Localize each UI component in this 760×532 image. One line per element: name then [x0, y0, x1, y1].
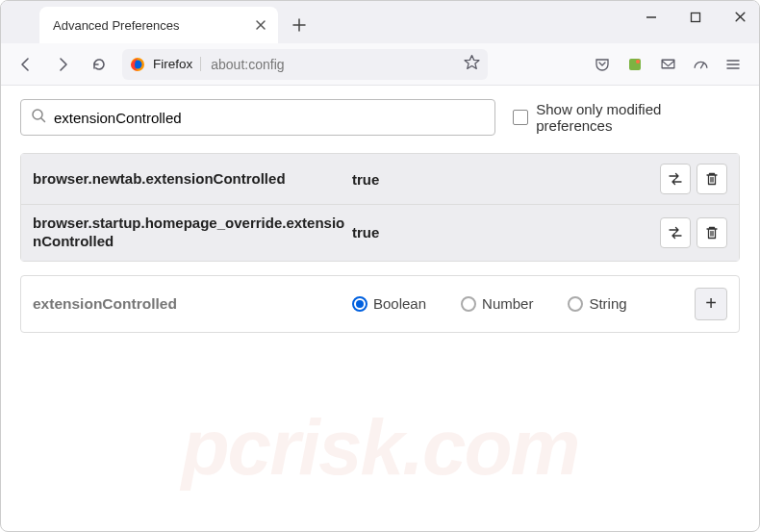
type-radio-boolean[interactable]: Boolean: [352, 295, 426, 312]
search-icon: [31, 108, 46, 127]
window-controls: [640, 11, 751, 26]
checkbox-icon: [513, 110, 528, 125]
search-box[interactable]: [20, 99, 495, 136]
preference-name: browser.startup.homepage_override.extens…: [33, 215, 352, 251]
svg-rect-0: [692, 13, 700, 22]
minimize-button[interactable]: [640, 11, 663, 26]
back-button[interactable]: [13, 51, 39, 78]
url-identity-label: Firefox: [153, 57, 201, 71]
new-preference-name: extensionControlled: [33, 295, 352, 313]
add-preference-button[interactable]: +: [695, 288, 727, 320]
maximize-button[interactable]: [684, 11, 707, 26]
preference-name: browser.newtab.extensionControlled: [33, 170, 352, 189]
preference-value: true: [352, 224, 654, 241]
new-tab-button[interactable]: [284, 10, 315, 40]
mail-icon[interactable]: [659, 56, 676, 73]
url-text: about:config: [211, 57, 284, 72]
type-radio-group: Boolean Number String: [352, 295, 695, 312]
title-bar: Advanced Preferences: [1, 1, 759, 43]
preference-value: true: [352, 171, 654, 188]
pocket-icon[interactable]: [594, 56, 611, 73]
radio-icon: [461, 296, 476, 312]
url-bar[interactable]: Firefox about:config: [122, 49, 488, 80]
delete-button[interactable]: [697, 217, 727, 248]
toggle-button[interactable]: [660, 217, 691, 248]
bookmark-star-icon[interactable]: [464, 54, 480, 74]
type-radio-number[interactable]: Number: [461, 295, 533, 312]
search-input[interactable]: [54, 110, 485, 126]
close-tab-icon[interactable]: [253, 17, 268, 33]
show-modified-checkbox[interactable]: Show only modified preferences: [513, 101, 740, 134]
preference-row: browser.startup.homepage_override.extens…: [21, 204, 739, 261]
preference-row: browser.newtab.extensionControlled true: [21, 154, 739, 204]
delete-button[interactable]: [697, 164, 727, 194]
reload-button[interactable]: [86, 51, 113, 78]
browser-tab[interactable]: Advanced Preferences: [39, 7, 278, 43]
content-area: Show only modified preferences browser.n…: [1, 86, 759, 346]
menu-button[interactable]: [724, 56, 742, 73]
watermark: pcrisk.com: [1, 402, 759, 493]
search-row: Show only modified preferences: [20, 99, 740, 136]
svg-point-4: [636, 60, 640, 63]
forward-button[interactable]: [49, 51, 76, 78]
toggle-button[interactable]: [660, 164, 691, 194]
show-modified-label: Show only modified preferences: [536, 101, 740, 134]
toolbar-right-icons: [594, 56, 747, 73]
close-window-button[interactable]: [728, 11, 751, 26]
preference-list: browser.newtab.extensionControlled true …: [20, 153, 740, 262]
extension-icon[interactable]: [626, 56, 644, 73]
tab-title: Advanced Preferences: [53, 18, 253, 33]
type-radio-string[interactable]: String: [568, 295, 626, 312]
radio-icon: [568, 296, 583, 312]
toolbar: Firefox about:config: [1, 43, 759, 86]
radio-icon: [352, 296, 367, 312]
new-preference-row: extensionControlled Boolean Number Strin…: [20, 275, 740, 333]
firefox-logo-icon: [130, 57, 145, 72]
dashboard-icon[interactable]: [692, 56, 709, 73]
